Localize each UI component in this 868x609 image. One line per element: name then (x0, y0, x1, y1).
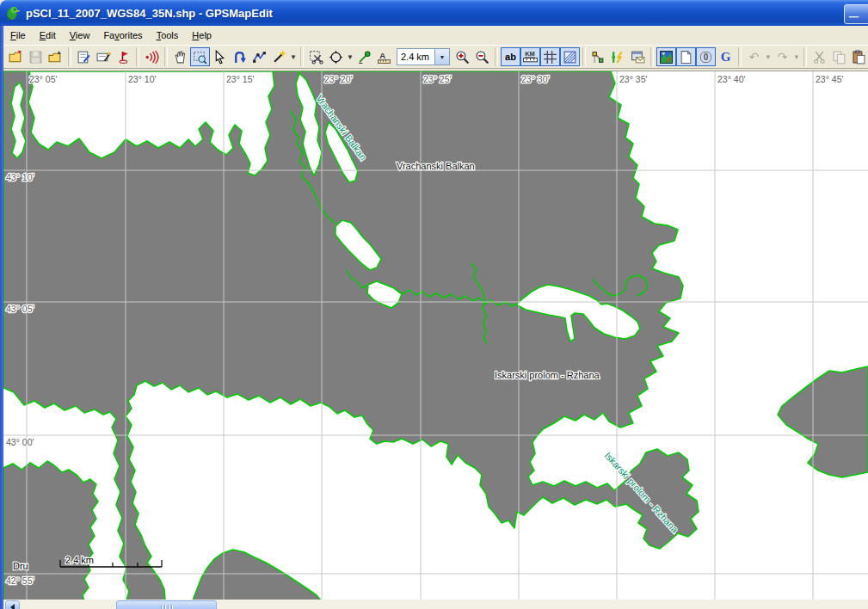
attachments-toggle-button[interactable]: 0 (696, 47, 716, 66)
paste-button[interactable] (849, 47, 868, 66)
blank-page-icon (679, 50, 693, 65)
zoom-scale-combo[interactable]: 2.4 km ▼ (397, 48, 450, 65)
move-map-dropdown[interactable]: ▼ (346, 47, 354, 66)
polyline-tool-button[interactable] (249, 47, 269, 66)
copy-button[interactable] (829, 47, 849, 66)
toolbar-separator (136, 47, 139, 66)
lon-label: 23° 15' (226, 74, 254, 84)
redo-button[interactable]: ↷ (773, 47, 792, 66)
routing-signal-button[interactable] (142, 47, 162, 66)
menu-file[interactable]: File (3, 28, 33, 43)
toolbar-separator (738, 47, 742, 66)
zoom-out-button[interactable] (472, 47, 492, 66)
lon-label: 23° 25' (423, 74, 451, 84)
floppy-icon (28, 50, 43, 65)
compass-arrows-icon (329, 50, 343, 65)
waypoint-flag-button[interactable] (114, 47, 133, 66)
select-tool-button[interactable] (210, 47, 230, 66)
paperclip-icon: 0 (700, 52, 712, 63)
label-placement-button[interactable]: A (374, 47, 394, 66)
scroll-left-button[interactable] (5, 600, 20, 609)
edit-nodes-button[interactable] (588, 47, 608, 66)
split-object-button[interactable] (608, 47, 628, 66)
split-bolt-icon (611, 50, 625, 65)
lon-label: 23° 10' (128, 74, 156, 84)
crop-selection-button[interactable] (306, 47, 326, 66)
red-flag-icon (116, 50, 131, 65)
redo-icon: ↷ (778, 50, 788, 64)
map-svg: 23° 05'23° 10'23° 15'23° 20'23° 25'23° 3… (3, 71, 868, 600)
crop-scissors-icon (309, 50, 323, 65)
minimize-button[interactable]: — (844, 4, 868, 24)
menu-help[interactable]: Help (185, 28, 219, 43)
scrollbar-thumb[interactable] (116, 600, 217, 609)
scale-ruler-toggle-button[interactable]: KM (520, 47, 540, 66)
undo-button[interactable]: ↶ (744, 47, 764, 66)
hatched-square-icon (563, 50, 577, 65)
toolbar-separator (68, 47, 71, 66)
zoom-out-icon (475, 50, 489, 65)
cut-button[interactable] (810, 47, 829, 66)
combo-dropdown-button[interactable]: ▼ (434, 49, 449, 65)
toolbar-separator (300, 47, 304, 66)
lon-label: 23° 45' (816, 74, 843, 84)
previous-view-button[interactable] (230, 47, 249, 66)
horizontal-scrollbar[interactable] (3, 600, 868, 609)
pan-tool-button[interactable] (170, 47, 190, 66)
google-g-icon: G (721, 50, 731, 65)
magic-wand-dropdown[interactable]: ▼ (289, 47, 298, 66)
lon-label: 23° 05' (29, 74, 57, 84)
zoom-select-tool-button[interactable] (190, 47, 210, 66)
map-canvas[interactable]: 23° 05'23° 10'23° 15'23° 20'23° 25'23° 3… (3, 71, 868, 600)
partial-map-label: Dru (13, 561, 28, 571)
white-strip-left (11, 83, 26, 158)
map-place-label: Vrachanski Balkan (397, 161, 475, 171)
move-map-button[interactable] (326, 47, 346, 66)
grid-toggle-button[interactable] (540, 47, 560, 66)
map-place-label: Iskarski prolom - Rzhana (495, 370, 600, 380)
lat-label: 42° 55' (6, 575, 34, 586)
lon-label: 23° 30' (521, 74, 549, 84)
nodes-icon (591, 50, 606, 65)
lat-label: 43° 10' (6, 172, 34, 182)
magic-wand-icon (272, 50, 286, 65)
zoom-in-button[interactable] (452, 47, 472, 66)
signal-rays-icon (144, 50, 160, 65)
menu-bar: FileEditViewFavoritesToolsHelp (3, 26, 868, 46)
undo-dropdown[interactable]: ▼ (764, 47, 773, 66)
background-map-toggle-button[interactable] (656, 47, 676, 66)
window-envelope-icon (631, 50, 645, 65)
u-turn-arrow-icon (232, 50, 247, 65)
menu-edit[interactable]: Edit (33, 28, 63, 43)
menu-favorites[interactable]: Favorites (96, 28, 149, 43)
copy-pages-icon (832, 50, 846, 65)
labels-toggle-button[interactable]: ab (501, 47, 520, 66)
open-file-button[interactable] (6, 47, 26, 66)
lat-label: 43° 05' (6, 304, 34, 314)
blank-page-toggle-button[interactable] (676, 47, 696, 66)
cursor-arrow-icon (212, 50, 227, 65)
km-ruler-icon: KM (522, 50, 539, 65)
map-properties-button[interactable] (94, 47, 114, 66)
google-maps-button[interactable]: G (716, 47, 736, 66)
redo-dropdown[interactable]: ▼ (792, 47, 801, 66)
file-properties-button[interactable] (74, 47, 94, 66)
map-edit-icon (96, 50, 111, 65)
trim-tool-button[interactable] (354, 47, 374, 66)
scale-bar-label: 2.4 km (65, 555, 94, 565)
open-folder-icon (9, 50, 23, 65)
magic-wand-tool-button[interactable] (269, 47, 289, 66)
title-bar: pSCI_11_2007_WGS84_35N.shp - GPSMapEdit (0, 0, 868, 26)
menu-view[interactable]: View (63, 28, 97, 43)
svg-text:KM: KM (525, 50, 534, 58)
hatch-area-toggle-button[interactable] (560, 47, 580, 66)
lat-label: 43° 00' (6, 437, 34, 447)
grid-icon (543, 50, 557, 65)
menu-tools[interactable]: Tools (150, 28, 186, 43)
close-file-button[interactable] (46, 47, 65, 66)
save-button[interactable] (26, 47, 46, 66)
clipboard-paste-icon (852, 50, 866, 65)
lon-label: 23° 40' (717, 74, 745, 84)
undo-icon: ↶ (749, 50, 760, 64)
join-objects-button[interactable] (628, 47, 648, 66)
